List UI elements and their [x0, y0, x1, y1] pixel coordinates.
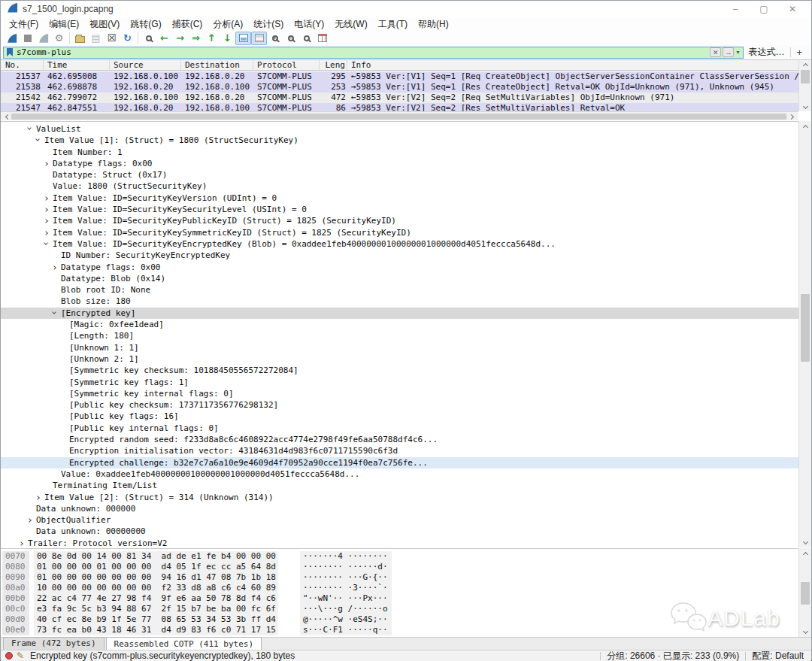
hex-row[interactable]: 007000 8e 0d 00 14 00 81 34 ad de e1 fe … — [1, 551, 798, 562]
go-top-icon[interactable]: ↑ — [204, 32, 220, 45]
stop-capture-icon[interactable] — [20, 32, 35, 45]
tree-row[interactable]: ObjectQualifier — [1, 514, 798, 526]
expression-button[interactable]: 表达式… — [748, 46, 784, 59]
hex-row[interactable]: 009001 00 00 00 00 00 00 00 94 16 d1 47 … — [1, 572, 798, 583]
menu-item-10[interactable]: 帮助(H) — [413, 17, 454, 32]
expander-right-icon[interactable] — [44, 158, 50, 169]
filter-history-caret-icon[interactable]: ▾ — [736, 49, 739, 56]
menu-item-5[interactable]: 分析(A) — [208, 17, 248, 32]
display-filter-input[interactable]: s7comm-plus ✕ → ▾ — [3, 47, 744, 59]
expander-down-icon[interactable] — [53, 308, 56, 319]
zoom-original-icon[interactable] — [298, 32, 314, 45]
column-header-destination[interactable]: Destination — [181, 60, 253, 70]
column-header-time[interactable]: Time — [44, 60, 110, 70]
go-bottom-icon[interactable]: ↓ — [220, 32, 235, 45]
tree-row[interactable]: [Public key internal flags: 0] — [1, 423, 798, 434]
expander-down-icon[interactable] — [28, 123, 31, 135]
go-forward-icon[interactable]: → — [172, 32, 188, 45]
tree-row[interactable]: Item Value: ID=SecurityKeyPublicKeyID (S… — [1, 215, 798, 226]
hex-row[interactable]: 00a010 00 00 00 00 00 00 00 f2 33 d8 a8 … — [1, 583, 798, 593]
tree-row[interactable]: [Public key flags: 16] — [1, 411, 798, 422]
filter-apply-icon[interactable]: → — [723, 47, 734, 57]
profile-status[interactable]: 配置: Default — [752, 650, 804, 661]
packet-bytes-vscrollbar[interactable] — [798, 548, 811, 637]
close-button[interactable]: ✕ — [778, 1, 807, 17]
tree-row[interactable]: Item Value: ID=SecurityKeySymmetricKeyID… — [1, 227, 798, 238]
filter-text[interactable]: s7comm-plus — [17, 47, 708, 57]
tree-row[interactable]: Item Value: ID=SecurityKeySecurityLevel … — [1, 204, 798, 215]
tree-row[interactable]: Data unknown: 000000 — [1, 503, 798, 514]
tree-row[interactable]: Item Value [1]: (Struct) = 1800 (StructS… — [1, 135, 798, 146]
menu-item-7[interactable]: 电话(Y) — [289, 17, 329, 32]
go-back-icon[interactable]: ← — [156, 32, 172, 45]
packet-row[interactable]: 21538462.698878192.168.0.20192.168.0.100… — [1, 82, 798, 92]
packet-list-vscrollbar[interactable] — [798, 60, 811, 111]
hex-row[interactable]: 00c0e3 fa 9c 5c b3 94 88 67 2f 15 b7 be … — [1, 604, 798, 614]
packet-row[interactable]: 21537462.695008192.168.0.100192.168.0.20… — [1, 71, 798, 82]
expander-right-icon[interactable] — [36, 492, 41, 503]
tree-row[interactable]: Encrypted random seed: f233d8a8c6c460892… — [1, 434, 798, 445]
close-file-icon[interactable]: ☒ — [104, 32, 120, 45]
tree-row[interactable]: Encryption initialisation vector: 431846… — [1, 445, 798, 456]
capture-comment-icon[interactable]: ✎ — [17, 650, 24, 661]
packet-row[interactable]: 21542462.799072192.168.0.100192.168.0.20… — [1, 92, 798, 103]
expert-info-icon[interactable] — [5, 652, 13, 659]
column-header-protocol[interactable]: Protocol — [253, 60, 320, 70]
menu-item-6[interactable]: 统计(S) — [248, 17, 289, 32]
tree-row[interactable]: Trailer: Protocol version=V2 — [1, 538, 798, 547]
tree-row[interactable]: [Encrypted key] — [1, 308, 798, 319]
tree-row[interactable]: Terminating Item/List — [1, 480, 798, 491]
tree-row[interactable]: Value: 0xaddee1feb4000000010000000100000… — [1, 468, 798, 480]
hex-row[interactable]: 00b022 ac c4 77 4e 27 98 f4 9f e6 aa 50 … — [1, 593, 798, 604]
zoom-out-icon[interactable]: − — [283, 32, 298, 45]
colorize-icon[interactable] — [251, 32, 267, 45]
reload-file-icon[interactable]: ↻ — [120, 32, 135, 45]
tree-row[interactable]: Blob size: 180 — [1, 296, 798, 307]
column-header-leng[interactable]: Leng — [320, 60, 347, 70]
tree-row[interactable]: Encrypted challenge: b32e7c7a6a10e9e4609… — [1, 457, 798, 468]
auto-scroll-icon[interactable] — [235, 32, 251, 45]
tree-row[interactable]: Item Value: ID=SecurityKeyVersion (UDInt… — [1, 193, 798, 204]
expander-right-icon[interactable] — [28, 514, 33, 526]
expander-right-icon[interactable] — [44, 215, 50, 226]
minimize-button[interactable]: – — [721, 1, 750, 17]
menu-item-3[interactable]: 跳转(G) — [125, 17, 166, 32]
expander-down-icon[interactable] — [44, 238, 47, 250]
tree-row[interactable]: Datatype: Blob (0x14) — [1, 273, 798, 284]
tree-row[interactable]: [Public key checksum: 173711735677629813… — [1, 399, 798, 411]
capture-options-icon[interactable]: ⚙ — [51, 32, 67, 45]
hex-row[interactable]: 008001 00 00 00 01 00 00 00 d4 05 1f ec … — [1, 562, 798, 572]
maximize-button[interactable]: ▢ — [750, 1, 778, 17]
menu-item-4[interactable]: 捕获(C) — [167, 17, 208, 32]
menu-item-0[interactable]: 文件(F) — [4, 17, 44, 32]
tree-row[interactable]: [Unknown 1: 1] — [1, 342, 798, 353]
hex-row[interactable]: 00d040 cf ec 8e b9 1f 5e 77 08 65 53 34 … — [1, 614, 798, 625]
tree-row[interactable]: Datatype: Struct (0x17) — [1, 169, 798, 180]
expander-right-icon[interactable] — [44, 227, 50, 238]
hex-row[interactable]: 00e073 fc ea b0 43 18 46 31 d4 d9 83 f6 … — [1, 625, 798, 635]
open-file-icon[interactable] — [72, 32, 88, 45]
tree-row[interactable]: ValueList — [1, 123, 798, 135]
tree-row[interactable]: Item Value [2]: (Struct) = 314 (Unknown … — [1, 492, 798, 503]
tree-row[interactable]: Item Value: ID=SecurityKeyEncryptedKey (… — [1, 238, 798, 250]
column-header-no[interactable]: No. — [1, 60, 44, 70]
tree-row[interactable]: Item Number: 1 — [1, 147, 798, 158]
column-header-info[interactable]: Info — [347, 60, 811, 70]
tree-row[interactable]: [Magic: 0xfee1dead] — [1, 319, 798, 330]
tree-row[interactable]: Blob root ID: None — [1, 284, 798, 296]
tree-row[interactable]: Data unknown: 00000000 — [1, 526, 798, 537]
expander-right-icon[interactable] — [20, 538, 25, 547]
tree-row[interactable]: [Symmetric key flags: 1] — [1, 377, 798, 388]
filter-clear-icon[interactable]: ✕ — [710, 47, 721, 57]
menu-item-2[interactable]: 视图(V) — [84, 17, 125, 32]
tree-row[interactable]: ID Number: SecurityKeyEncryptedKey — [1, 250, 798, 261]
go-to-packet-icon[interactable]: ⇒ — [188, 32, 204, 45]
column-header-source[interactable]: Source — [110, 60, 181, 70]
packet-detail-vscrollbar[interactable] — [798, 121, 811, 547]
byte-source-tab-1[interactable]: Reassembled COTP (411 bytes) — [106, 637, 262, 650]
filter-add-button[interactable]: + — [796, 47, 802, 58]
resize-columns-icon[interactable] — [314, 32, 330, 45]
expander-right-icon[interactable] — [44, 204, 50, 215]
tree-row[interactable]: Datatype flags: 0x00 — [1, 158, 798, 169]
menu-item-9[interactable]: 工具(T) — [373, 17, 413, 32]
